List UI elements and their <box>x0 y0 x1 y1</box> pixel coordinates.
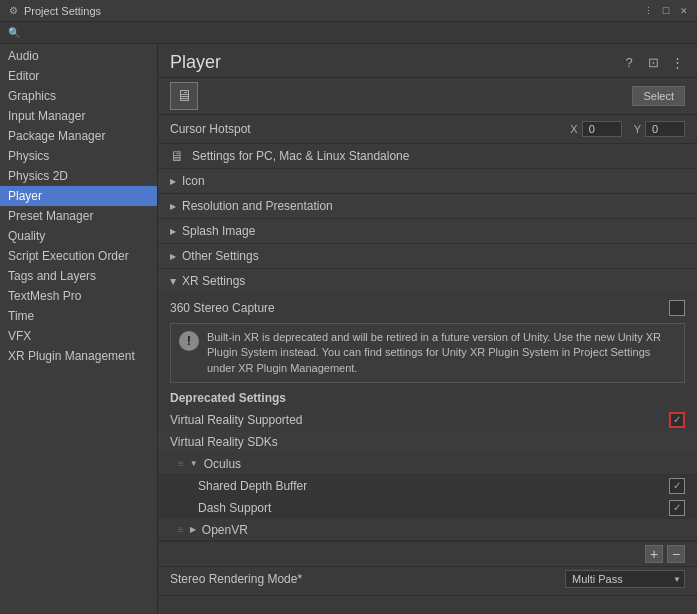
sdk-list: ≡ ▼ Oculus Shared Depth Buffer ✓ <box>158 453 697 541</box>
stereo-capture-label: 360 Stereo Capture <box>170 301 669 315</box>
stereo-capture-checkbox[interactable] <box>669 300 685 316</box>
sdk-item-openvr[interactable]: ≡ ▶ OpenVR <box>158 519 697 541</box>
cursor-hotspot-row: Cursor Hotspot X 0 Y 0 <box>158 115 697 144</box>
cursor-x-pair: X 0 <box>570 121 621 137</box>
sidebar-item-tags-and-layers[interactable]: Tags and Layers <box>0 266 157 286</box>
search-bar: 🔍 <box>0 22 697 44</box>
stereo-rendering-select-wrapper: Multi Pass Single Pass Single Pass Insta… <box>565 570 685 588</box>
platform-label-text: Settings for PC, Mac & Linux Standalone <box>192 149 409 163</box>
xr-section-arrow: ▶ <box>169 278 178 284</box>
vr-supported-row: Virtual Reality Supported ✓ <box>158 409 697 431</box>
sidebar-item-vfx[interactable]: VFX <box>0 326 157 346</box>
section-splash[interactable]: ▶ Splash Image <box>158 219 697 244</box>
overflow-icon[interactable]: ⋮ <box>669 55 685 71</box>
stereo-capture-row: 360 Stereo Capture <box>158 297 697 319</box>
section-icon[interactable]: ▶ Icon <box>158 169 697 194</box>
search-icon: 🔍 <box>8 27 20 38</box>
sdk-item-oculus[interactable]: ≡ ▼ Oculus <box>158 453 697 475</box>
splash-section-label: Splash Image <box>182 224 255 238</box>
select-button[interactable]: Select <box>632 86 685 106</box>
xr-section: ▶ XR Settings 360 Stereo Capture ! Built… <box>158 269 697 596</box>
page-title: Player <box>170 52 621 73</box>
shared-depth-buffer-row: Shared Depth Buffer ✓ <box>158 475 697 497</box>
stereo-rendering-row: Stereo Rendering Mode* Multi Pass Single… <box>158 566 697 591</box>
section-other[interactable]: ▶ Other Settings <box>158 244 697 269</box>
deprecated-label: Deprecated Settings <box>158 387 697 409</box>
xr-section-label: XR Settings <box>182 274 245 288</box>
vr-sdks-row: Virtual Reality SDKs <box>158 431 697 453</box>
sidebar-item-graphics[interactable]: Graphics <box>0 86 157 106</box>
cursor-coords: X 0 Y 0 <box>570 121 685 137</box>
cursor-y-label: Y <box>634 123 641 135</box>
oculus-drag-handle: ≡ <box>178 458 184 469</box>
sidebar-item-preset-manager[interactable]: Preset Manager <box>0 206 157 226</box>
sidebar-item-script-execution-order[interactable]: Script Execution Order <box>0 246 157 266</box>
search-input[interactable] <box>24 27 689 39</box>
title-bar: ⚙ Project Settings ⋮ ☐ ✕ <box>0 0 697 22</box>
maximize-button[interactable]: ☐ <box>659 4 673 18</box>
sidebar-item-editor[interactable]: Editor <box>0 66 157 86</box>
sidebar-item-physics-2d[interactable]: Physics 2D <box>0 166 157 186</box>
stereo-rendering-label: Stereo Rendering Mode* <box>170 572 565 586</box>
shared-depth-buffer-label: Shared Depth Buffer <box>198 479 669 493</box>
header-icons: ? ⊡ ⋮ <box>621 55 685 71</box>
vr-supported-checkbox[interactable]: ✓ <box>669 412 685 428</box>
remove-sdk-button[interactable]: − <box>667 545 685 563</box>
warning-icon: ! <box>179 331 199 351</box>
cursor-y-pair: Y 0 <box>634 121 685 137</box>
warning-text: Built-in XR is deprecated and will be re… <box>207 330 676 376</box>
help-icon[interactable]: ? <box>621 55 637 71</box>
sections: ▶ Icon ▶ Resolution and Presentation ▶ S… <box>158 169 697 614</box>
sidebar-item-physics[interactable]: Physics <box>0 146 157 166</box>
sidebar: Audio Editor Graphics Input Manager Pack… <box>0 44 158 614</box>
sidebar-item-time[interactable]: Time <box>0 306 157 326</box>
resolution-section-label: Resolution and Presentation <box>182 199 333 213</box>
openvr-drag-handle: ≡ <box>178 524 184 535</box>
close-button[interactable]: ✕ <box>677 4 691 18</box>
openvr-label: OpenVR <box>202 523 248 537</box>
oculus-label: Oculus <box>204 457 241 471</box>
sidebar-item-audio[interactable]: Audio <box>0 46 157 66</box>
other-section-arrow: ▶ <box>170 252 176 261</box>
vr-supported-label: Virtual Reality Supported <box>170 413 669 427</box>
window-icon: ⚙ <box>6 4 20 18</box>
sidebar-item-quality[interactable]: Quality <box>0 226 157 246</box>
sidebar-item-input-manager[interactable]: Input Manager <box>0 106 157 126</box>
platform-tab-pc[interactable]: 🖥 <box>170 82 198 110</box>
cursor-x-label: X <box>570 123 577 135</box>
sidebar-item-package-manager[interactable]: Package Manager <box>0 126 157 146</box>
openvr-arrow: ▶ <box>190 525 196 534</box>
oculus-arrow: ▼ <box>190 459 198 468</box>
warning-box: ! Built-in XR is deprecated and will be … <box>170 323 685 383</box>
sidebar-item-player[interactable]: Player <box>0 186 157 206</box>
cursor-y-input[interactable]: 0 <box>645 121 685 137</box>
monitor-icon: 🖥 <box>170 148 184 164</box>
splash-section-arrow: ▶ <box>170 227 176 236</box>
content-area: Player ? ⊡ ⋮ 🖥 Select Cursor Hotspot X 0… <box>158 44 697 614</box>
stereo-rendering-select[interactable]: Multi Pass Single Pass Single Pass Insta… <box>565 570 685 588</box>
icon-section-arrow: ▶ <box>170 177 176 186</box>
shared-depth-buffer-checkbox[interactable]: ✓ <box>669 478 685 494</box>
content-header: Player ? ⊡ ⋮ <box>158 44 697 78</box>
vr-sdks-label: Virtual Reality SDKs <box>170 435 278 449</box>
sidebar-item-textmesh-pro[interactable]: TextMesh Pro <box>0 286 157 306</box>
dash-support-checkmark: ✓ <box>673 503 681 513</box>
oculus-sub-items: Shared Depth Buffer ✓ Dash Support ✓ <box>158 475 697 519</box>
window-controls: ⋮ ☐ ✕ <box>641 4 691 18</box>
sdk-controls: + − <box>158 541 697 566</box>
other-section-label: Other Settings <box>182 249 259 263</box>
menu-button[interactable]: ⋮ <box>641 4 655 18</box>
cursor-x-input[interactable]: 0 <box>582 121 622 137</box>
cursor-hotspot-label: Cursor Hotspot <box>170 122 370 136</box>
dock-icon[interactable]: ⊡ <box>645 55 661 71</box>
add-sdk-button[interactable]: + <box>645 545 663 563</box>
resolution-section-arrow: ▶ <box>170 202 176 211</box>
dash-support-checkbox[interactable]: ✓ <box>669 500 685 516</box>
dash-support-label: Dash Support <box>198 501 669 515</box>
xr-section-header[interactable]: ▶ XR Settings <box>158 269 697 293</box>
shared-depth-buffer-checkmark: ✓ <box>673 481 681 491</box>
main-layout: Audio Editor Graphics Input Manager Pack… <box>0 44 697 614</box>
section-resolution[interactable]: ▶ Resolution and Presentation <box>158 194 697 219</box>
platform-label: 🖥 Settings for PC, Mac & Linux Standalon… <box>158 144 697 169</box>
sidebar-item-xr-plugin-management[interactable]: XR Plugin Management <box>0 346 157 366</box>
